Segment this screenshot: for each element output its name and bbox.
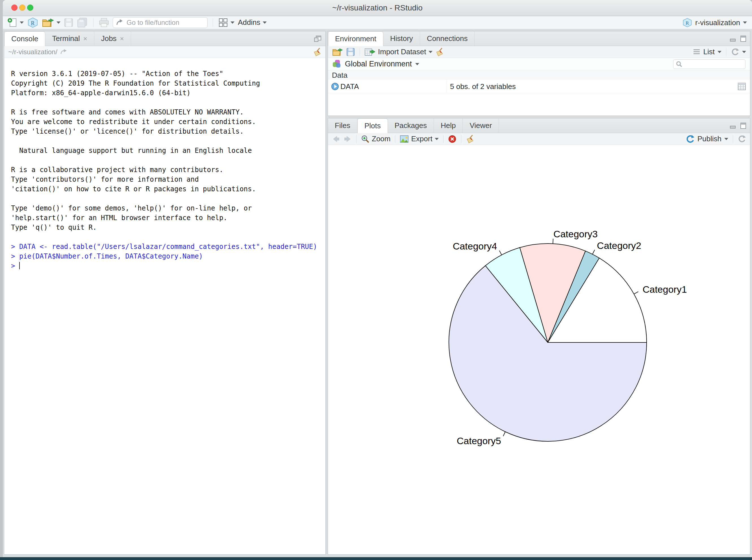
tab-files[interactable]: Files (328, 118, 357, 133)
rstudio-window: ~/r-visualization - RStudio R (3, 0, 752, 557)
maximize-pane-icon[interactable] (740, 122, 747, 129)
remove-plot-icon[interactable] (448, 135, 456, 143)
import-dataset-label: Import Dataset (378, 47, 426, 56)
restore-pane-icon[interactable] (313, 35, 322, 43)
environment-panel: Environment History Connections Import D… (328, 31, 750, 116)
tab-plots[interactable]: Plots (357, 118, 388, 133)
chevron-down-icon (415, 63, 419, 65)
environment-search-input[interactable] (684, 60, 742, 68)
tab-jobs[interactable]: Jobs× (94, 32, 131, 46)
toolbar-divider (733, 135, 733, 143)
tab-label: Connections (427, 34, 468, 43)
goto-arrow-icon (116, 19, 124, 26)
open-file-button[interactable] (42, 18, 60, 28)
goto-file-search[interactable] (113, 17, 208, 28)
maximize-pane-icon[interactable] (740, 35, 747, 42)
tab-history[interactable]: History (383, 32, 420, 46)
r-project-cube-icon: R (27, 17, 38, 28)
publish-button[interactable]: Publish (697, 135, 721, 143)
save-button[interactable] (64, 18, 74, 27)
pie-label-tick (503, 432, 505, 436)
tab-viewer[interactable]: Viewer (463, 118, 499, 133)
chevron-down-icon (724, 138, 728, 140)
new-project-button[interactable]: R (27, 17, 38, 28)
environment-toolbar: Import Dataset List (328, 46, 750, 58)
toolbar-divider (461, 135, 461, 143)
show-directory-icon[interactable] (60, 49, 67, 55)
object-name: DATA (340, 82, 359, 91)
tab-label: Files (335, 121, 350, 130)
previous-plot-icon[interactable] (332, 135, 340, 143)
zoom-magnifier-icon (361, 135, 369, 143)
panes-grid-icon (218, 18, 228, 28)
tab-label: History (390, 34, 413, 43)
clear-console-broom-icon[interactable] (313, 47, 322, 57)
import-dataset-icon (364, 47, 376, 57)
pie-label: Category5 (457, 435, 501, 446)
minimize-pane-icon[interactable] (730, 36, 736, 42)
tab-connections[interactable]: Connections (420, 32, 475, 46)
pie-chart: Category1Category2Category3Category4Cate… (328, 145, 749, 554)
clear-environment-broom-icon[interactable] (435, 47, 444, 57)
minimize-pane-icon[interactable] (730, 123, 736, 129)
text-cursor (19, 262, 20, 269)
r-project-cube-icon: R (682, 18, 692, 28)
goto-file-input[interactable] (126, 18, 203, 27)
pie-label: Category4 (453, 241, 497, 252)
tab-console[interactable]: Console (4, 32, 45, 46)
console-subheader: ~/r-visualization/ (4, 46, 325, 58)
object-summary: 5 obs. of 2 variables (450, 82, 516, 91)
pie-label-tick (500, 251, 502, 255)
chevron-down-icon (743, 21, 747, 24)
console-panel: Console Terminal× Jobs× ~/r-visualizatio… (4, 31, 326, 555)
plots-tabbar: Files Plots Packages Help Viewer (328, 118, 750, 133)
refresh-icon[interactable] (731, 48, 739, 56)
chevron-down-icon (57, 21, 60, 24)
list-view-button[interactable]: List (704, 47, 715, 56)
workspace: Console Terminal× Jobs× ~/r-visualizatio… (3, 29, 752, 557)
pie-label: Category2 (597, 240, 641, 251)
environment-toolbar-right: List (693, 46, 746, 58)
print-button[interactable] (99, 18, 109, 27)
scope-selector[interactable]: Global Environment (345, 60, 412, 68)
next-plot-icon[interactable] (343, 135, 352, 143)
pie-label-tick (592, 250, 595, 254)
project-selector[interactable]: R r-visualization (682, 16, 747, 29)
close-tab-icon[interactable]: × (120, 35, 124, 43)
chevron-down-icon (717, 51, 721, 53)
refresh-icon[interactable] (737, 135, 746, 143)
tab-terminal[interactable]: Terminal× (45, 32, 94, 46)
chevron-down-icon (20, 21, 24, 24)
tab-label: Help (441, 121, 456, 130)
export-image-icon (400, 135, 409, 143)
expand-object-icon[interactable] (331, 82, 339, 91)
environment-searchbox[interactable] (673, 59, 746, 69)
title-bar: ~/r-visualization - RStudio (3, 0, 752, 16)
addins-button[interactable]: Addins (238, 18, 267, 27)
console-output[interactable]: R version 3.6.1 (2019-07-05) -- "Action … (4, 58, 325, 554)
import-dataset-button[interactable]: Import Dataset (364, 47, 432, 57)
export-plot-button[interactable]: Export (400, 135, 439, 143)
close-tab-icon[interactable]: × (83, 35, 87, 43)
environment-object-row[interactable]: DATA 5 obs. of 2 variables (328, 80, 750, 93)
publish-icon[interactable] (686, 135, 695, 143)
tab-packages[interactable]: Packages (388, 118, 434, 133)
save-all-button[interactable] (77, 18, 88, 28)
console-line: 'citation()' on how to cite R or R packa… (11, 184, 325, 194)
chevron-down-icon (230, 21, 235, 24)
console-line (11, 194, 325, 203)
save-workspace-icon[interactable] (346, 47, 355, 57)
chevron-down-icon (263, 21, 267, 24)
new-file-button[interactable] (7, 17, 24, 28)
zoom-plot-button[interactable]: Zoom (361, 135, 390, 143)
load-workspace-folder-icon[interactable] (332, 47, 343, 57)
save-all-icon (77, 18, 88, 28)
view-table-icon[interactable] (737, 82, 746, 91)
console-tabbar: Console Terminal× Jobs× (4, 32, 325, 46)
tab-help[interactable]: Help (434, 118, 463, 133)
clear-all-plots-broom-icon[interactable] (466, 135, 474, 143)
workspace-panes-button[interactable] (218, 18, 235, 28)
console-line (11, 98, 325, 107)
tab-environment[interactable]: Environment (328, 32, 383, 46)
tab-label: Plots (364, 121, 381, 130)
